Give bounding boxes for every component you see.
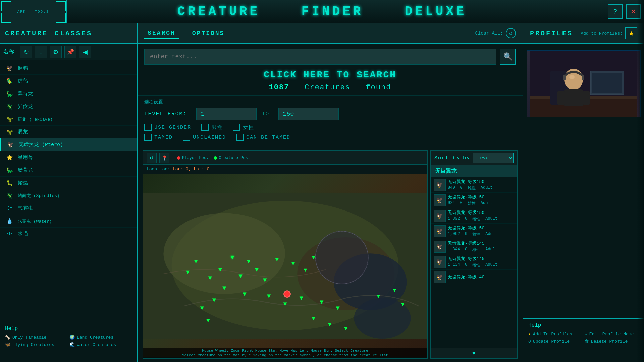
land-icon: 🌍 [69, 335, 75, 340]
window-controls: ? ✕ [608, 4, 641, 19]
list-item[interactable]: 🦅 无齿翼龙-等级145 1,344 0 雄性 Adult [431, 239, 517, 254]
webcam-feed [527, 51, 640, 117]
help-delete-profile[interactable]: 🗑 Delete Profile [585, 339, 639, 344]
help-button[interactable]: ? [608, 4, 623, 19]
svg-text:▼: ▼ [186, 269, 190, 276]
map-toolbar: ↺ 📍 Player Pos. Creature Pos. [143, 151, 427, 165]
right-panel: PROFILES Add to Profiles: ★ [523, 23, 644, 362]
creature-icon-2: 🦕 [5, 89, 14, 99]
sidebar-item-creature12[interactable]: 💧 水壶虫 (Water) [0, 215, 137, 228]
help-flying[interactable]: 🦋 Flying Creatures [5, 342, 67, 347]
sidebar-item-creature10[interactable]: 🦎 鳍面龙 (Spindles) [0, 189, 137, 202]
use-gender-box [144, 124, 152, 131]
sidebar-item-creature9[interactable]: 🐛 鳍蟲 [0, 177, 137, 189]
back-button[interactable]: ◀ [79, 46, 91, 58]
level-to-input[interactable] [278, 108, 339, 120]
list-item[interactable]: 🦅 无齿翼龙-等级140 [431, 270, 517, 285]
unclaimed-checkbox[interactable]: UNCLAIMED [183, 134, 226, 141]
svg-text:▼: ▼ [291, 260, 295, 268]
tab-search[interactable]: SEARCH [144, 28, 179, 39]
by-label: by [463, 155, 470, 161]
add-to-profiles-button[interactable]: ★ [625, 27, 637, 39]
sidebar-item-creature6[interactable]: 🦅 无齿翼龙 (Ptero) [0, 138, 137, 151]
can-be-tamed-checkbox[interactable]: CAN BE TAMED [236, 134, 290, 141]
sort-select[interactable]: Level Distance Name [473, 153, 514, 163]
level-from-input[interactable] [196, 108, 257, 120]
water-icon: 🌊 [69, 342, 75, 347]
click-to-search[interactable]: CLICK HERE TO SEARCH [138, 66, 523, 82]
close-button[interactable]: ✕ [626, 4, 641, 19]
svg-point-6 [316, 231, 368, 284]
download-button[interactable]: ↓ [35, 46, 47, 58]
sidebar-item-creature3[interactable]: 🦎 异位龙 [0, 100, 137, 113]
creature-icon-9: 🐛 [5, 178, 14, 188]
webcam-svg [530, 51, 637, 117]
sidebar-item-creature4[interactable]: 🦖 辰龙 (TekCave) [0, 113, 137, 126]
sidebar-item-creature5[interactable]: 🦖 辰龙 [0, 126, 137, 138]
app-title: CREATURE FINDER DELUXE [177, 4, 467, 19]
svg-text:▼: ▼ [304, 267, 307, 274]
clear-all-button[interactable]: Clear All: ↺ [475, 28, 516, 38]
search-input[interactable] [144, 49, 496, 65]
svg-point-2 [163, 213, 285, 294]
sidebar-item-creature0[interactable]: 🦅 麻鸦 [0, 62, 137, 75]
help-update-profile[interactable]: ↺ Update Profile [528, 339, 583, 344]
map-locate-button[interactable]: 📍 [159, 153, 169, 163]
creature-icon-7: ⭐ [5, 153, 14, 162]
female-checkbox[interactable]: 女性 [233, 124, 254, 131]
sidebar: CREATURE CLASSES 名称 ↻ ↓ ⚙ 📌 ◀ 🦅 麻鸦 🦜 虎鸟 [0, 23, 138, 362]
help-water[interactable]: 🌊 Water Creatures [69, 342, 132, 347]
sidebar-item-creature2[interactable]: 🦕 异特龙 [0, 87, 137, 100]
list-item[interactable]: 🦅 无齿翼龙-等级150 1,302 0 雌性 Adult [431, 208, 517, 224]
sidebar-list: 🦅 麻鸦 🦜 虎鸟 🦕 异特龙 🦎 异位龙 🦖 辰龙 (TekCa [0, 60, 137, 322]
refresh-button[interactable]: ↻ [20, 46, 32, 58]
svg-rect-48 [582, 91, 590, 105]
svg-text:▼: ▼ [377, 293, 380, 300]
right-panel-content [523, 44, 644, 318]
male-label: 男性 [211, 124, 223, 131]
svg-text:▼: ▼ [320, 299, 324, 306]
list-item[interactable]: 🦅 无齿翼龙-等级150 840 0 雌性 Adult [431, 177, 517, 193]
list-item[interactable]: 🦅 无齿翼龙-等级150 924 0 雄性 Adult [431, 193, 517, 208]
tab-options[interactable]: OPTIONS [189, 28, 228, 38]
add-profiles-area: Add to Profiles: ★ [581, 27, 637, 39]
list-item[interactable]: 🦅 无齿翼龙-等级145 1,134 0 雌性 Adult [431, 254, 517, 270]
svg-rect-46 [564, 89, 584, 106]
sidebar-item-creature8[interactable]: 🦕 鳍背龙 [0, 164, 137, 177]
tamed-checkbox[interactable]: TAMED [144, 134, 173, 141]
use-gender-checkbox[interactable]: USE GENDER [144, 124, 191, 131]
map-list-area: ↺ 📍 Player Pos. Creature Pos. [138, 147, 523, 362]
svg-text:▼: ▼ [275, 256, 279, 263]
sidebar-item-creature1[interactable]: 🦜 虎鸟 [0, 75, 137, 87]
all-label: All: [492, 31, 503, 36]
center-content: SEARCH OPTIONS Clear All: ↺ 🔍 CLICK HERE… [138, 23, 523, 362]
player-pos-label: Player Pos. [182, 156, 209, 160]
creature-list-panel: Sort by by Level Distance Name 无齿翼龙 [430, 150, 518, 359]
creature-icon-6: 🦅 [6, 140, 15, 149]
help-add-profiles[interactable]: ★ Add To Profiles [528, 331, 583, 337]
help-land[interactable]: 🌍 Land Creatures [69, 335, 132, 340]
filter-button[interactable]: ⚙ [50, 46, 62, 58]
search-icon: 🔍 [503, 52, 513, 61]
help-edit-profile[interactable]: ✏ Edit Profile Name [585, 331, 639, 337]
pin-button[interactable]: 📌 [64, 46, 76, 58]
sidebar-item-creature11[interactable]: 🌫 气雾虫 [0, 202, 137, 215]
svg-text:▼: ▼ [206, 317, 210, 324]
creature-icon-5: 🦖 [5, 127, 14, 137]
creature-icon-4: 🦖 [5, 115, 14, 124]
search-button[interactable]: 🔍 [500, 49, 516, 65]
help-tameable[interactable]: 🦴 Only Tameable [5, 335, 67, 340]
toolbar-label: 名称 [3, 48, 14, 55]
male-checkbox[interactable]: 男性 [201, 124, 223, 131]
map-svg: ▼ ▼ ▼ ▼ ▼ ▼ ▼ ▼ ▼ ▼ ▼ ▼ [143, 174, 427, 357]
creatures-found: 1087 Creatures found [138, 82, 523, 95]
sidebar-help-items: 🦴 Only Tameable 🌍 Land Creatures 🦋 Flyin… [5, 335, 132, 347]
sidebar-item-creature7[interactable]: ⭐ 星用兽 [0, 151, 137, 164]
sidebar-item-creature13[interactable]: 👁 水瞄 [0, 228, 137, 240]
map-image[interactable]: ▼ ▼ ▼ ▼ ▼ ▼ ▼ ▼ ▼ ▼ ▼ ▼ [143, 174, 427, 357]
flying-icon: 🦋 [5, 342, 10, 347]
map-reset-button[interactable]: ↺ [147, 153, 157, 163]
scroll-down-button[interactable]: ▼ [431, 348, 517, 358]
list-item[interactable]: 🦅 无齿翼龙-等级150 1,092 0 雄性 Adult [431, 224, 517, 239]
svg-rect-45 [582, 75, 584, 80]
